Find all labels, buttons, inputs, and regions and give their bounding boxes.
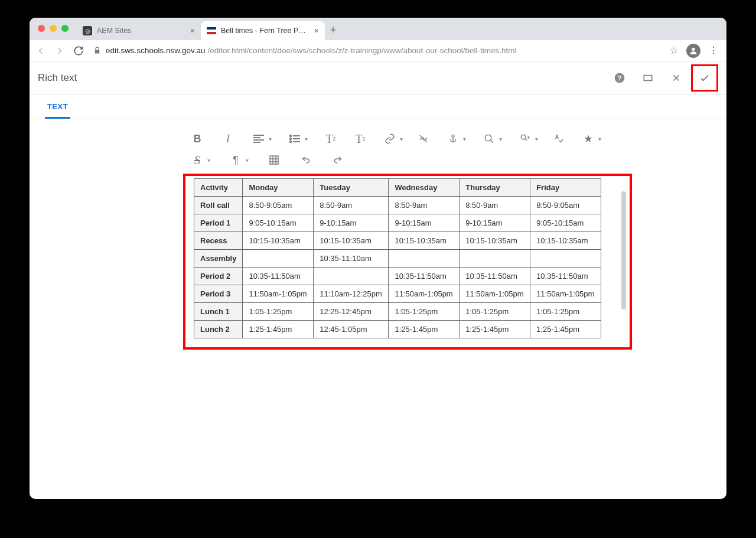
table-cell[interactable]: 11:50am-1:05pm [243, 285, 314, 303]
tab-text[interactable]: TEXT [45, 96, 70, 119]
table-cell[interactable]: 1:25-1:45pm [243, 321, 314, 338]
chevron-down-icon[interactable]: ▾ [598, 136, 601, 142]
table-header[interactable]: Activity [194, 179, 243, 197]
table-cell[interactable]: 10:15-10:35am [314, 232, 389, 250]
chevron-down-icon[interactable]: ▾ [463, 136, 466, 142]
table-cell[interactable]: 9:05-10:15am [530, 214, 601, 232]
chevron-down-icon[interactable]: ▾ [269, 136, 272, 142]
back-icon[interactable] [34, 44, 47, 57]
chevron-down-icon[interactable]: ▾ [400, 136, 403, 142]
table-cell[interactable] [314, 268, 389, 285]
done-button[interactable] [691, 64, 718, 92]
table-cell[interactable]: 10:35-11:50am [243, 268, 314, 285]
table-cell[interactable]: 9-10:15am [460, 214, 530, 232]
table-header[interactable]: Wednesday [389, 179, 460, 197]
menu-icon[interactable]: ⋮ [709, 45, 718, 56]
help-icon[interactable]: ? [606, 64, 633, 92]
spellcheck-button[interactable] [549, 129, 569, 149]
close-window-icon[interactable] [38, 25, 45, 32]
table-cell[interactable]: 9-10:15am [314, 214, 389, 232]
special-char-button[interactable]: ★ [578, 129, 598, 149]
table-cell[interactable]: 1:05-1:25pm [530, 303, 601, 321]
scrollbar[interactable] [621, 191, 626, 309]
row-activity[interactable]: Lunch 2 [194, 321, 243, 338]
schedule-table[interactable]: Activity Monday Tuesday Wednesday Thursd… [194, 178, 601, 338]
table-cell[interactable]: 10:35-11:50am [460, 268, 530, 285]
table-cell[interactable]: 1:05-1:25pm [389, 303, 460, 321]
table-button[interactable] [264, 150, 284, 170]
subscript-button[interactable]: T2 [321, 129, 341, 149]
browser-tab-aem[interactable]: ◎ AEM Sites × [77, 21, 201, 40]
row-activity[interactable]: Period 2 [194, 268, 243, 285]
table-cell[interactable]: 1:25-1:45pm [389, 321, 460, 338]
table-cell[interactable]: 1:05-1:25pm [460, 303, 530, 321]
table-cell[interactable]: 10:35-11:50am [389, 268, 460, 285]
row-activity[interactable]: Recess [194, 232, 243, 250]
browser-tab-bell-times[interactable]: Bell times - Fern Tree Public Sc × [201, 21, 325, 40]
table-header[interactable]: Friday [530, 179, 601, 197]
table-cell[interactable]: 8:50-9am [460, 197, 530, 214]
reload-icon[interactable] [72, 44, 85, 57]
forward-icon[interactable] [53, 44, 66, 57]
table-cell[interactable]: 10:35-11:10am [314, 250, 389, 268]
editor-content[interactable]: Activity Monday Tuesday Wednesday Thursd… [194, 176, 614, 347]
row-activity[interactable]: Assembly [194, 250, 243, 268]
table-cell[interactable]: 8:50-9am [314, 197, 389, 214]
maximize-window-icon[interactable] [61, 25, 69, 32]
chevron-down-icon[interactable]: ▾ [305, 136, 308, 142]
close-tab-icon[interactable]: × [314, 26, 319, 35]
table-cell[interactable] [389, 250, 460, 268]
table-header[interactable]: Thursday [460, 179, 530, 197]
table-cell[interactable]: 12:45-1:05pm [314, 321, 389, 338]
cancel-icon[interactable] [663, 64, 690, 92]
row-activity[interactable]: Roll call [194, 197, 243, 214]
list-button[interactable] [285, 129, 305, 149]
bookmark-icon[interactable]: ☆ [670, 45, 678, 56]
table-cell[interactable]: 1:05-1:25pm [243, 303, 314, 321]
table-header[interactable]: Monday [243, 179, 314, 197]
table-cell[interactable]: 10:15-10:35am [460, 232, 530, 250]
row-activity[interactable]: Period 3 [194, 285, 243, 303]
fullscreen-icon[interactable] [634, 64, 662, 92]
table-cell[interactable]: 1:25-1:45pm [460, 321, 530, 338]
table-cell[interactable]: 10:35-11:50am [530, 268, 601, 285]
profile-icon[interactable] [686, 44, 700, 58]
table-cell[interactable] [530, 250, 601, 268]
table-cell[interactable]: 9:05-10:15am [243, 214, 314, 232]
table-cell[interactable]: 10:15-10:35am [530, 232, 601, 250]
anchor-button[interactable] [443, 129, 463, 149]
minimize-window-icon[interactable] [50, 25, 57, 32]
new-tab-button[interactable]: + [325, 24, 341, 40]
link-button[interactable] [380, 129, 400, 149]
table-cell[interactable]: 11:10am-12:25pm [314, 285, 389, 303]
table-cell[interactable]: 10:15-10:35am [389, 232, 460, 250]
chevron-down-icon[interactable]: ▾ [246, 157, 249, 164]
url-field[interactable]: edit.sws.schools.nsw.gov.au/editor.html/… [91, 46, 664, 55]
table-cell[interactable]: 11:50am-1:05pm [389, 285, 460, 303]
row-activity[interactable]: Lunch 1 [194, 303, 243, 321]
table-cell[interactable]: 1:25-1:45pm [530, 321, 601, 338]
paraformat-button[interactable]: ¶ [226, 150, 246, 170]
table-cell[interactable]: 8:50-9:05am [530, 197, 601, 214]
chevron-down-icon[interactable]: ▾ [207, 157, 210, 164]
table-cell[interactable]: 11:50am-1:05pm [460, 285, 530, 303]
strikethrough-button[interactable]: S [187, 150, 207, 170]
superscript-button[interactable]: T2 [350, 129, 370, 149]
row-activity[interactable]: Period 1 [194, 214, 243, 232]
italic-button[interactable]: I [218, 129, 238, 149]
close-tab-icon[interactable]: × [190, 26, 195, 35]
table-cell[interactable]: 10:15-10:35am [243, 232, 314, 250]
table-header[interactable]: Tuesday [314, 179, 389, 197]
bold-button[interactable]: B [187, 129, 207, 149]
find-button[interactable] [479, 129, 499, 149]
table-cell[interactable]: 11:50am-1:05pm [530, 285, 601, 303]
redo-button[interactable] [328, 150, 348, 170]
table-cell[interactable] [460, 250, 530, 268]
table-cell[interactable] [243, 250, 314, 268]
find-replace-button[interactable] [515, 129, 535, 149]
table-cell[interactable]: 8:50-9am [389, 197, 460, 214]
chevron-down-icon[interactable]: ▾ [535, 136, 538, 142]
align-button[interactable] [249, 129, 269, 149]
table-cell[interactable]: 8:50-9:05am [243, 197, 314, 214]
table-cell[interactable]: 9-10:15am [389, 214, 460, 232]
